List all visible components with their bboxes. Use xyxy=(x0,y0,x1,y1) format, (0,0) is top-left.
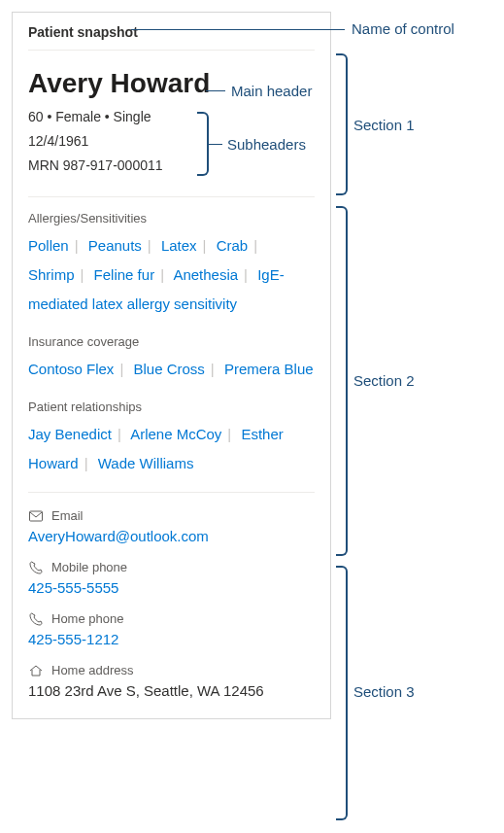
home-phone-label: Home phone xyxy=(51,611,123,626)
relationships-list: Jay Benedict| Arlene McCoy| Esther Howar… xyxy=(28,420,315,478)
separator: | xyxy=(203,237,207,254)
home-phone-item: Home phone 425-555-1212 xyxy=(28,611,315,647)
section-2: Allergies/Sensitivities Pollen| Peanuts|… xyxy=(13,197,330,492)
address-label: Home address xyxy=(51,663,134,677)
relationships-label: Patient relationships xyxy=(28,399,315,414)
list-item-link[interactable]: Latex xyxy=(161,237,197,254)
address-value: 1108 23rd Ave S, Seattle, WA 12456 xyxy=(28,682,315,699)
home-phone-link[interactable]: 425-555-1212 xyxy=(28,631,315,647)
annotation-bracket xyxy=(197,112,209,176)
card-title: Patient snapshot xyxy=(13,13,330,50)
address-item: Home address 1108 23rd Ave S, Seattle, W… xyxy=(28,663,315,699)
separator: | xyxy=(160,266,164,283)
separator: | xyxy=(81,266,84,283)
annotation-name-of-control: Name of control xyxy=(352,20,454,37)
annotation-section2: Section 2 xyxy=(353,372,415,389)
annotation-main-header: Main header xyxy=(231,83,312,99)
allergies-label: Allergies/Sensitivities xyxy=(28,211,315,226)
separator: | xyxy=(227,426,231,442)
mobile-link[interactable]: 425-555-5555 xyxy=(28,579,315,596)
separator: | xyxy=(148,237,151,254)
list-item-link[interactable]: Premera Blue xyxy=(224,361,314,377)
list-item-link[interactable]: Pollen xyxy=(28,237,69,254)
home-icon xyxy=(28,663,44,678)
annotation-bracket xyxy=(336,566,348,820)
list-item-link[interactable]: Jay Benedict xyxy=(28,426,112,442)
list-item-link[interactable]: Crab xyxy=(217,237,249,254)
allergies-group: Allergies/Sensitivities Pollen| Peanuts|… xyxy=(28,211,315,319)
email-label: Email xyxy=(51,508,84,523)
list-item-link[interactable]: Peanuts xyxy=(88,237,142,254)
separator: | xyxy=(75,237,79,254)
separator: | xyxy=(211,361,215,377)
mail-icon xyxy=(28,508,44,524)
list-item-link[interactable]: Arlene McCoy xyxy=(130,426,221,442)
annotation-line xyxy=(131,29,345,30)
list-item-link[interactable]: Shrimp xyxy=(28,266,75,283)
list-item-link[interactable]: Contoso Flex xyxy=(28,361,114,377)
separator: | xyxy=(84,455,88,471)
insurance-list: Contoso Flex| Blue Cross| Premera Blue xyxy=(28,355,315,384)
phone-icon xyxy=(28,560,44,575)
list-item-link[interactable]: Blue Cross xyxy=(133,361,204,377)
patient-demographics: 60 • Female • Single xyxy=(28,105,315,129)
annotation-bracket xyxy=(336,206,348,556)
email-item: Email AveryHoward@outlook.com xyxy=(28,508,315,544)
email-link[interactable]: AveryHoward@outlook.com xyxy=(28,528,315,544)
phone-icon xyxy=(28,611,44,627)
mobile-item: Mobile phone 425-555-5555 xyxy=(28,560,315,596)
svg-rect-0 xyxy=(30,511,43,521)
section-1: Avery Howard 60 • Female • Single 12/4/1… xyxy=(13,51,330,196)
annotation-bracket xyxy=(336,53,348,195)
allergies-list: Pollen| Peanuts| Latex| Crab| Shrimp| Fe… xyxy=(28,231,315,319)
patient-snapshot-card: Patient snapshot Avery Howard 60 • Femal… xyxy=(12,12,331,719)
list-item-link[interactable]: Feline fur xyxy=(94,266,155,283)
separator: | xyxy=(253,237,257,254)
list-item-link[interactable]: Anethesia xyxy=(173,266,238,283)
annotation-subheaders: Subheaders xyxy=(227,136,306,153)
annotation-section1: Section 1 xyxy=(353,117,415,133)
insurance-group: Insurance coverage Contoso Flex| Blue Cr… xyxy=(28,334,315,384)
separator: | xyxy=(119,361,123,377)
separator: | xyxy=(118,426,121,442)
mobile-label: Mobile phone xyxy=(51,560,127,574)
relationships-group: Patient relationships Jay Benedict| Arle… xyxy=(28,399,315,478)
insurance-label: Insurance coverage xyxy=(28,334,315,349)
section-3: Email AveryHoward@outlook.com Mobile pho… xyxy=(13,493,330,718)
separator: | xyxy=(244,266,248,283)
patient-mrn: MRN 987-917-000011 xyxy=(28,154,315,178)
list-item-link[interactable]: Wade Williams xyxy=(98,455,194,471)
annotation-section3: Section 3 xyxy=(353,683,415,700)
annotation-line xyxy=(209,144,222,145)
annotation-line xyxy=(206,90,225,91)
